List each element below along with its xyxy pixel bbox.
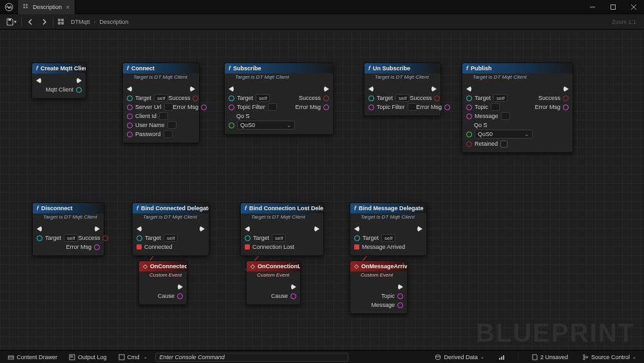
nav-back-button[interactable] [23, 16, 37, 28]
svg-rect-2 [611, 5, 616, 9]
node-bind-connected-delegate[interactable]: fBind Connected Delegate Target is DT Mq… [132, 202, 209, 256]
exec-in-pin[interactable] [354, 226, 359, 232]
chevron-down-icon: ⌄ [480, 355, 484, 360]
exec-in-pin[interactable] [37, 226, 42, 232]
delegate-pin[interactable] [354, 244, 359, 250]
blueprint-icon[interactable] [55, 17, 67, 26]
target-pin[interactable] [466, 95, 472, 101]
node-subscribe[interactable]: fSubscribe Target is DT Mqtt Client Targ… [224, 63, 334, 135]
chevron-down-icon: ⌄ [632, 355, 636, 360]
node-publish[interactable]: fPublish Target is DT Mqtt Client Target… [462, 63, 573, 153]
node-onmessagearrived-event[interactable]: ◇OnMessageArrived Custom Event Topic Mes… [350, 260, 408, 314]
nav-forward-button[interactable] [37, 16, 52, 28]
success-pin[interactable] [563, 95, 569, 101]
input-pin[interactable] [229, 123, 234, 128]
exec-in-pin[interactable] [137, 226, 142, 232]
error-pin[interactable] [563, 104, 569, 110]
output-pin[interactable] [397, 302, 403, 308]
window-minimize-button[interactable] [582, 0, 603, 14]
input-pin[interactable] [127, 113, 133, 119]
success-pin[interactable] [102, 235, 108, 241]
node-disconnect[interactable]: fDisconnect Target is DT Mqtt Client Tar… [32, 202, 104, 256]
input-pin[interactable] [466, 141, 472, 147]
error-pin[interactable] [323, 104, 329, 110]
exec-out-pin[interactable] [431, 86, 437, 92]
target-pin[interactable] [245, 235, 251, 241]
input-pin[interactable] [466, 132, 472, 137]
exec-out-pin[interactable] [178, 284, 183, 290]
unsaved-button[interactable]: 2 Unsaved [527, 353, 572, 362]
node-connect[interactable]: fConnect Target is DT Mqtt Client Target… [122, 63, 200, 143]
target-pin[interactable] [229, 95, 234, 101]
delegate-pin[interactable] [245, 244, 250, 250]
breadcrumb-current[interactable]: Description [100, 19, 129, 25]
svg-rect-15 [503, 355, 504, 360]
success-pin[interactable] [434, 95, 440, 101]
retained-checkbox[interactable] [500, 141, 507, 148]
error-pin[interactable] [94, 244, 100, 250]
window-close-button[interactable] [623, 0, 644, 14]
derived-data-button[interactable]: Derived Data⌄ [431, 353, 488, 362]
input-pin[interactable] [368, 104, 374, 110]
stats-icon[interactable] [495, 353, 509, 362]
input-pin[interactable] [127, 123, 133, 128]
console-input[interactable]: Enter Console Command [155, 353, 348, 362]
target-pin[interactable] [354, 235, 360, 241]
input-pin[interactable] [127, 104, 133, 110]
exec-out-pin[interactable] [291, 284, 296, 290]
exec-out-pin[interactable] [398, 284, 403, 290]
cmd-button[interactable]: Cmd⌄ [115, 353, 151, 362]
node-bind-message-delegate[interactable]: fBind Message Delegate Target is DT Mqtt… [350, 202, 427, 256]
exec-in-pin[interactable] [466, 86, 471, 92]
save-button[interactable]: ▾ [3, 16, 20, 28]
tab-close-icon[interactable]: × [66, 3, 70, 11]
error-pin[interactable] [201, 104, 207, 110]
node-onconnected-event[interactable]: ◇OnConnected Custom Event Cause [138, 260, 187, 305]
error-pin[interactable] [444, 104, 450, 110]
node-onconnectionlost-event[interactable]: ◇OnConnectionLost Custom Event Cause [246, 260, 301, 305]
window-maximize-button[interactable] [603, 0, 623, 14]
exec-out-pin[interactable] [564, 86, 569, 92]
input-pin[interactable] [229, 104, 234, 110]
exec-in-pin[interactable] [368, 86, 374, 92]
exec-in-pin[interactable] [127, 86, 132, 92]
breadcrumb-root[interactable]: DTMqtt [71, 19, 90, 25]
exec-out-pin[interactable] [417, 226, 422, 232]
qos-dropdown[interactable]: QoS0⌄ [237, 121, 295, 130]
exec-out-pin[interactable] [200, 226, 205, 232]
svg-point-12 [436, 355, 440, 357]
exec-out-pin[interactable] [190, 86, 195, 92]
input-pin[interactable] [466, 104, 472, 110]
exec-in-pin[interactable] [36, 77, 41, 84]
source-control-button[interactable]: Source Control⌄ [578, 353, 640, 362]
output-pin[interactable] [397, 293, 403, 299]
exec-out-pin[interactable] [324, 86, 329, 92]
success-pin[interactable] [193, 95, 198, 101]
node-create-mqtt-client[interactable]: fCreate Mqtt Client Mqtt Client [32, 63, 86, 99]
qos-dropdown[interactable]: QoS0⌄ [475, 130, 533, 139]
output-log-button[interactable]: Output Log [65, 353, 111, 362]
exec-in-pin[interactable] [229, 86, 234, 92]
node-unsubscribe[interactable]: fUn Subscribe Target is DT Mqtt Client T… [364, 63, 441, 116]
output-pin[interactable] [177, 293, 183, 299]
exec-out-pin[interactable] [77, 77, 82, 84]
success-pin[interactable] [323, 95, 329, 101]
exec-in-pin[interactable] [245, 226, 250, 232]
output-pin[interactable] [76, 87, 82, 93]
node-header: fSubscribe [225, 63, 333, 74]
input-pin[interactable] [127, 132, 133, 137]
blueprint-canvas[interactable]: BLUEPRINT fCreate Mqtt Client Mqtt Clien… [0, 30, 644, 350]
target-pin[interactable] [127, 95, 133, 101]
exec-out-pin[interactable] [95, 226, 100, 232]
input-pin[interactable] [466, 113, 472, 119]
node-bind-connection-lost-delegate[interactable]: fBind Connection Lost Delegate Target is… [240, 202, 324, 256]
target-pin[interactable] [137, 235, 142, 241]
editor-tab[interactable]: Description × [18, 0, 75, 14]
titlebar: Description × [0, 0, 644, 14]
output-pin[interactable] [290, 293, 296, 299]
exec-out-pin[interactable] [314, 226, 319, 232]
target-pin[interactable] [368, 95, 374, 101]
content-drawer-button[interactable]: Content Drawer [4, 353, 61, 362]
delegate-pin[interactable] [137, 244, 142, 250]
target-pin[interactable] [37, 235, 43, 241]
